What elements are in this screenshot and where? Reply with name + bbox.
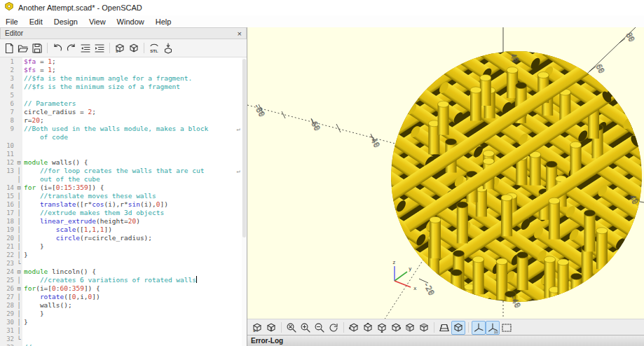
menu-item-view[interactable]: View — [83, 17, 111, 27]
svg-text:-20: -20 — [421, 280, 436, 297]
code-line-2[interactable]: 2$fs = 1; — [0, 66, 247, 74]
line-number: 30 — [0, 318, 15, 326]
code-line-21[interactable]: 21│ } — [0, 242, 247, 251]
code-line-22[interactable]: 22│} — [0, 251, 247, 259]
view-right-button[interactable] — [347, 321, 361, 335]
view-bottom-button[interactable] — [375, 321, 389, 335]
undo-button[interactable] — [50, 41, 64, 55]
preview-button[interactable]: » — [250, 321, 264, 335]
indent-button[interactable] — [93, 41, 107, 55]
code-line-7[interactable]: 7circle_radius = 2; — [0, 108, 247, 116]
new-file-button[interactable] — [2, 41, 16, 55]
save-button[interactable] — [30, 41, 44, 55]
preview-icon: » — [252, 322, 263, 333]
toolbar-separator — [281, 322, 282, 333]
code-line-19[interactable]: 19│ scale([1,1,1]) — [0, 226, 247, 234]
render-button[interactable] — [264, 321, 278, 335]
redo-button[interactable] — [64, 41, 78, 55]
fold-guide: │ — [15, 301, 22, 310]
error-log-header[interactable]: Error-Log — [247, 335, 644, 346]
menu-item-file[interactable]: File — [0, 17, 24, 27]
menu-item-edit[interactable]: Edit — [24, 17, 48, 27]
open-button[interactable] — [16, 41, 30, 55]
code-line-5[interactable]: 5 — [0, 91, 247, 99]
render-button[interactable] — [127, 41, 141, 55]
close-icon[interactable]: × — [238, 30, 242, 37]
code-line-29[interactable]: 29│ } — [0, 310, 247, 318]
code-line-15[interactable]: 15│ //translate moves these walls — [0, 192, 247, 200]
code-line-31[interactable]: 31│ — [0, 326, 247, 335]
code-text: } — [22, 242, 247, 251]
code-line-18[interactable]: 18│ linear_extrude(height=20) — [0, 217, 247, 226]
fold-marker-icon[interactable]: ⊟ — [15, 158, 22, 167]
unindent-button[interactable] — [78, 41, 93, 55]
code-text — [22, 326, 247, 335]
editor-dock-header[interactable]: Editor × — [0, 27, 247, 39]
orthogonal-button[interactable] — [451, 321, 465, 335]
3d-viewport[interactable]: -80-60-4040406080-40-20zyx — [247, 27, 644, 319]
code-line-30[interactable]: 30│} — [0, 318, 247, 326]
line-number: 31 — [0, 326, 15, 335]
perspective-button[interactable] — [437, 321, 451, 335]
fold-guide: │ — [15, 234, 22, 242]
code-line-11[interactable]: 11 — [0, 150, 247, 158]
code-line-1[interactable]: 1$fa = 1; — [0, 57, 247, 66]
code-line-wrap[interactable]: │ out of the cube — [0, 175, 247, 184]
code-line-12[interactable]: 12⊟module walls() { — [0, 158, 247, 167]
code-line-wrap[interactable]: of code — [0, 133, 247, 141]
open-icon — [18, 43, 29, 54]
send-to-printer-button[interactable] — [161, 41, 175, 55]
menu-item-help[interactable]: Help — [150, 17, 177, 27]
menu-item-design[interactable]: Design — [48, 17, 83, 27]
view-front-button[interactable] — [403, 321, 417, 335]
show-scale-markers-button[interactable]: 10 — [486, 321, 500, 335]
view-left-button[interactable] — [389, 321, 403, 335]
code-line-20[interactable]: 20│ circle(r=circle_radius); — [0, 234, 247, 242]
code-line-33[interactable]: 33// — [0, 343, 247, 346]
code-line-6[interactable]: 6// Parameters — [0, 99, 247, 108]
reset-view-button[interactable] — [327, 321, 341, 335]
code-line-32[interactable]: 32└ — [0, 335, 247, 343]
fold-marker-icon[interactable]: ⊟ — [15, 268, 22, 276]
code-line-9[interactable]: 9//Both used in the walls module, makes … — [0, 125, 247, 133]
view-all-button[interactable] — [500, 321, 514, 335]
export-stl-button[interactable]: STL — [147, 41, 161, 55]
zoom-in-button[interactable] — [299, 321, 313, 335]
fold-guide: │ — [15, 175, 22, 184]
code-line-14[interactable]: 14⊟for (i=[0:15:359]) { — [0, 184, 247, 192]
preview-button[interactable]: » — [113, 41, 127, 55]
code-line-25[interactable]: 25│ //creates 6 variations of rotated wa… — [0, 276, 247, 284]
menu-item-window[interactable]: Window — [111, 17, 150, 27]
fold-guide: │ — [15, 242, 22, 251]
viewport-canvas[interactable]: -80-60-4040406080-40-20zyx — [247, 27, 644, 319]
fold-guide: │ — [15, 310, 22, 318]
code-text: //translate moves these walls — [22, 192, 247, 200]
code-line-27[interactable]: 27│ rotate([0,i,0]) — [0, 293, 247, 301]
code-line-28[interactable]: 28│ walls(); — [0, 301, 247, 310]
zoom-all-button[interactable] — [285, 321, 299, 335]
code-line-17[interactable]: 17│ //extrude makes them 3d objects — [0, 209, 247, 217]
fold-marker-icon[interactable]: ⊟ — [15, 284, 22, 293]
zoom-out-button[interactable] — [313, 321, 327, 335]
toolbar-separator — [434, 322, 434, 333]
line-number — [0, 175, 15, 184]
code-line-3[interactable]: 3//$fa is the minimum angle for a fragme… — [0, 74, 247, 83]
code-editor[interactable]: 1$fa = 1;2$fs = 1;3//$fa is the minimum … — [0, 57, 247, 346]
fold-guide — [15, 57, 22, 66]
code-line-13[interactable]: 13│ //for loop creates the walls that ar… — [0, 167, 247, 175]
code-line-26[interactable]: 26⊟for(i=[0:60:359]) { — [0, 284, 247, 293]
show-axes-button[interactable] — [472, 321, 486, 335]
code-line-8[interactable]: 8r=20; — [0, 116, 247, 125]
line-number: 9 — [0, 125, 15, 133]
code-line-16[interactable]: 16│ translate([r*cos(i),r*sin(i),0]) — [0, 200, 247, 209]
code-line-10[interactable]: 10 — [0, 141, 247, 150]
code-text — [22, 141, 247, 150]
code-line-4[interactable]: 4//$fs is the minimum size of a fragment — [0, 83, 247, 91]
svg-text:10: 10 — [494, 329, 498, 333]
code-line-24[interactable]: 24⊟module lincoln() { — [0, 268, 247, 276]
view-top-button[interactable] — [361, 321, 375, 335]
code-line-23[interactable]: 23└ — [0, 259, 247, 268]
code-text: //Both used in the walls module, makes a… — [22, 125, 247, 133]
view-back-button[interactable] — [417, 321, 431, 335]
fold-marker-icon[interactable]: ⊟ — [15, 184, 22, 192]
